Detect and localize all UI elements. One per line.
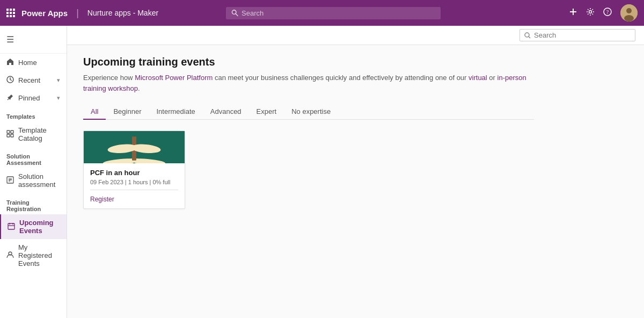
sidebar-item-upcoming-events[interactable]: Upcoming Events: [0, 214, 67, 239]
solution-assessment-icon: [6, 176, 14, 185]
sidebar-item-recent[interactable]: Recent ▾: [0, 71, 67, 89]
virtual-link[interactable]: virtual: [469, 74, 487, 82]
sidebar-solution-assessment-label: Solution assessment: [18, 172, 60, 189]
tab-expert[interactable]: Expert: [249, 104, 284, 120]
svg-point-34: [525, 33, 529, 37]
card-meta-pcf: 09 Feb 2023 | 1 hours | 0% full: [90, 179, 178, 185]
sidebar-pinned-label: Pinned: [18, 94, 40, 102]
page-title: Upcoming training events: [83, 56, 534, 68]
app-logo[interactable]: Power Apps: [21, 9, 68, 18]
svg-line-35: [529, 37, 530, 38]
svg-rect-24: [11, 134, 13, 137]
svg-point-17: [626, 8, 632, 13]
svg-point-13: [589, 11, 591, 13]
card-image-pcf: [84, 131, 185, 163]
sidebar-item-template-catalog[interactable]: Template Catalog: [0, 122, 67, 147]
svg-rect-3: [6, 12, 9, 14]
cards-grid: PCF in an hour 09 Feb 2023 | 1 hours | 0…: [83, 131, 534, 209]
svg-rect-4: [10, 12, 12, 14]
sidebar-upcoming-events-label: Upcoming Events: [19, 219, 60, 235]
secondary-search[interactable]: [519, 29, 635, 41]
event-card-pcf: PCF in an hour 09 Feb 2023 | 1 hours | 0…: [83, 131, 185, 209]
svg-point-9: [232, 10, 236, 15]
card-body-pcf: PCF in an hour 09 Feb 2023 | 1 hours | 0…: [84, 163, 185, 208]
sidebar-item-pinned[interactable]: Pinned ▾: [0, 89, 67, 107]
svg-point-18: [624, 15, 634, 21]
card-divider-pcf: [90, 190, 178, 190]
recent-icon: [6, 76, 14, 85]
my-registered-events-icon: [6, 251, 14, 260]
help-icon[interactable]: ?: [603, 8, 612, 18]
topbar-actions: ?: [569, 4, 638, 21]
tab-beginner[interactable]: Beginner: [106, 104, 149, 120]
main-inner: Upcoming training events Experience how …: [67, 45, 550, 220]
sidebar-item-my-registered-events[interactable]: My Registered Events: [0, 239, 67, 272]
solution-assessment-section-label: Solution Assessment: [0, 147, 67, 168]
svg-rect-6: [6, 15, 9, 17]
svg-rect-22: [11, 131, 13, 133]
tab-intermediate[interactable]: Intermediate: [149, 104, 203, 120]
topbar-search[interactable]: [226, 7, 441, 19]
recent-chevron: ▾: [57, 77, 60, 84]
pinned-chevron: ▾: [57, 95, 60, 102]
templates-section-label: Templates: [0, 107, 67, 122]
sidebar-home-label: Home: [18, 59, 37, 67]
topbar-divider: |: [76, 8, 79, 19]
sidebar: ☰ Home Recent ▾: [0, 26, 67, 318]
filter-tabs: All Beginner Intermediate Advanced Exper…: [83, 104, 534, 120]
svg-rect-23: [7, 134, 10, 137]
main-content: Upcoming training events Experience how …: [67, 26, 644, 318]
template-catalog-icon: [6, 130, 14, 139]
sidebar-my-registered-events-label: My Registered Events: [18, 243, 60, 268]
page-description: Experience how Microsoft Power Platform …: [83, 73, 534, 93]
content-area: ☰ Home Recent ▾: [0, 26, 644, 318]
upcoming-events-icon: [8, 222, 15, 232]
microsoft-power-platform-link[interactable]: Microsoft Power Platform: [135, 74, 213, 82]
card-title-pcf: PCF in an hour: [90, 169, 178, 177]
sidebar-item-home[interactable]: Home: [0, 54, 67, 71]
add-icon[interactable]: [569, 8, 577, 18]
home-icon: [6, 58, 14, 67]
sidebar-menu-icon[interactable]: ☰: [0, 30, 67, 49]
svg-rect-2: [13, 9, 15, 11]
tab-all[interactable]: All: [83, 104, 106, 120]
user-avatar[interactable]: [620, 4, 638, 21]
tab-no-expertise[interactable]: No expertise: [284, 104, 338, 120]
svg-rect-21: [7, 131, 10, 133]
training-registration-section-label: Training Registration: [0, 193, 67, 214]
card-register-pcf[interactable]: Register: [90, 196, 114, 203]
settings-icon[interactable]: [586, 8, 595, 18]
grid-icon[interactable]: [6, 9, 15, 17]
svg-rect-29: [8, 223, 14, 229]
svg-text:?: ?: [606, 9, 609, 15]
sidebar-template-catalog-label: Template Catalog: [18, 126, 60, 142]
svg-rect-1: [10, 9, 12, 11]
sidebar-top: ☰: [0, 26, 67, 54]
topbar-appname: Nurture apps - Maker: [87, 9, 158, 17]
topbar-search-input[interactable]: [241, 9, 435, 17]
svg-rect-5: [13, 12, 15, 14]
sidebar-recent-label: Recent: [18, 76, 40, 84]
svg-line-10: [236, 13, 238, 16]
svg-line-20: [8, 98, 9, 100]
svg-rect-8: [13, 15, 15, 17]
svg-rect-7: [10, 15, 12, 17]
svg-rect-0: [6, 9, 9, 11]
secondary-topbar: [67, 26, 644, 45]
secondary-search-input[interactable]: [534, 31, 631, 39]
topbar: Power Apps | Nurture apps - Maker ?: [0, 0, 644, 26]
tab-advanced[interactable]: Advanced: [203, 104, 249, 120]
sidebar-item-solution-assessment[interactable]: Solution assessment: [0, 168, 67, 193]
pin-icon: [6, 93, 14, 103]
